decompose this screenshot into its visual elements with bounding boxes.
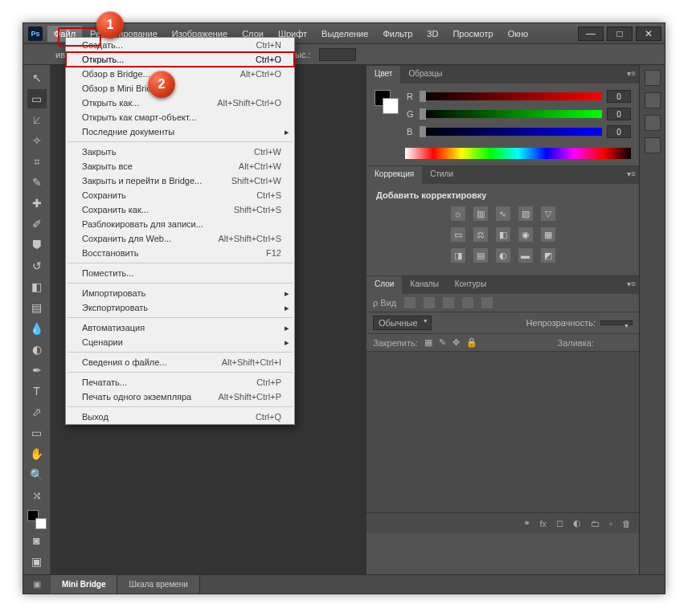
adj-hue-icon[interactable]: ▭ [451,227,465,242]
tool-eyedropper[interactable]: ✎ [27,173,47,192]
collapsed-panel-icon[interactable] [645,70,661,86]
tool-heal[interactable]: ✚ [27,194,47,213]
value-r[interactable]: 0 [607,90,631,103]
tool-marquee[interactable]: ▭ [27,89,47,108]
menu-item[interactable]: Импортировать [66,286,294,300]
tool-move[interactable]: ↖ [27,68,47,88]
tool-swap-colors[interactable]: ⤭ [27,486,47,505]
menu-item[interactable]: СохранитьCtrl+S [66,188,294,202]
tool-blur[interactable]: 💧 [27,319,47,338]
filter-smart-icon[interactable] [481,297,493,308]
menu-item[interactable]: Сценарии [66,335,294,349]
adj-bw-icon[interactable]: ◧ [496,227,510,242]
menu-item[interactable]: Закрыть всеAlt+Ctrl+W [66,159,294,173]
spectrum-strip[interactable] [405,148,631,159]
window-minimize[interactable]: — [578,27,604,41]
slider-b[interactable] [420,128,602,136]
tab-color[interactable]: Цвет [366,66,400,84]
collapsed-panel-icon[interactable] [645,115,661,131]
tool-hand[interactable]: ✋ [27,444,47,463]
adj-levels-icon[interactable]: ▥ [473,206,488,221]
fx-icon[interactable]: fx [540,519,547,528]
blend-mode-select[interactable]: Обычные [373,316,432,330]
layer-filter-kind[interactable]: ρ Вид [373,298,396,308]
status-tab-minibridge[interactable]: Mini Bridge [51,575,117,594]
lock-pixels-icon[interactable]: ▦ [424,337,432,348]
tool-lasso[interactable]: ⟀ [27,110,47,129]
tool-history-brush[interactable]: ↺ [27,256,47,275]
tool-wand[interactable]: ✧ [27,131,47,150]
tool-screenmode[interactable]: ▣ [27,552,47,571]
menu-item[interactable]: Закрыть и перейти в Bridge...Shift+Ctrl+… [66,173,294,188]
menu-item[interactable]: Экспортировать [66,300,294,315]
adj-gradient-map-icon[interactable]: ▬ [518,248,533,263]
tab-channels[interactable]: Каналы [402,276,447,294]
value-b[interactable]: 0 [607,125,631,138]
adj-mixer-icon[interactable]: ▦ [541,227,555,242]
filter-shape-icon[interactable] [462,297,473,308]
status-tab-timeline[interactable]: Шкала времени [117,575,199,594]
new-group-icon[interactable]: 🗀 [591,519,600,528]
menu-filter[interactable]: Фильтр [376,26,419,42]
panel-menu-icon[interactable]: ▾≡ [627,169,636,178]
menu-item[interactable]: Последние документы [66,124,294,139]
menu-item[interactable]: Открыть...Ctrl+O [66,52,294,67]
tab-adjustments[interactable]: Коррекция [366,166,422,184]
delete-layer-icon[interactable]: 🗑 [622,519,631,528]
menu-item[interactable]: Обзор в Mini Bridge... [66,81,294,96]
menu-item[interactable]: Поместить... [66,266,294,280]
menu-item[interactable]: Автоматизация [66,320,294,335]
menu-item[interactable]: Обзор в Bridge...Alt+Ctrl+O [66,67,294,81]
menu-item[interactable]: Печатать...Ctrl+P [66,375,294,390]
menu-item[interactable]: Открыть как...Alt+Shift+Ctrl+O [66,96,294,110]
tool-shape[interactable]: ▭ [27,423,47,443]
panel-menu-icon[interactable]: ▾≡ [627,69,636,78]
menu-item[interactable]: ВыходCtrl+Q [66,410,294,424]
tab-styles[interactable]: Стили [422,166,461,184]
adj-brightness-icon[interactable]: ☼ [451,206,465,221]
adj-threshold-icon[interactable]: ◐ [496,248,510,263]
adj-photo-filter-icon[interactable]: ◉ [518,227,533,242]
lock-paint-icon[interactable]: ✎ [439,337,446,348]
lock-all-icon[interactable]: 🔒 [466,337,477,348]
tool-stamp[interactable]: ⛊ [27,235,47,255]
tool-zoom[interactable]: 🔍 [27,465,47,484]
background-color[interactable] [35,518,47,529]
adj-invert-icon[interactable]: ◨ [451,248,465,263]
status-icon[interactable]: ▣ [23,575,51,594]
tab-swatches[interactable]: Образцы [400,66,450,84]
menu-item[interactable]: Создать...Ctrl+N [66,38,294,52]
menu-select[interactable]: Выделение [315,26,375,42]
window-close[interactable]: ✕ [636,27,661,41]
tool-path-select[interactable]: ⬀ [27,402,47,422]
menu-item[interactable]: Сведения о файле...Alt+Shift+Ctrl+I [66,355,294,369]
tab-paths[interactable]: Контуры [447,276,494,294]
menu-item[interactable]: Открыть как смарт-объект... [66,110,294,124]
menu-3d[interactable]: 3D [420,26,444,42]
lock-move-icon[interactable]: ✥ [452,337,460,348]
menu-window[interactable]: Окно [502,26,535,42]
opacity-field[interactable] [600,320,633,325]
adj-curves-icon[interactable]: ∿ [496,206,510,221]
slider-r[interactable] [420,92,602,100]
color-swatch-pair[interactable] [375,90,399,114]
panel-menu-icon[interactable]: ▾≡ [627,279,636,288]
menu-item[interactable]: Сохранить как...Shift+Ctrl+S [66,202,294,217]
menu-item[interactable]: Сохранить для Web...Alt+Shift+Ctrl+S [66,231,294,246]
adj-selective-icon[interactable]: ◩ [541,248,555,263]
filter-pixel-icon[interactable] [404,297,416,308]
tool-gradient[interactable]: ▤ [27,298,47,317]
adj-exposure-icon[interactable]: ▨ [518,206,533,221]
value-g[interactable]: 0 [607,108,631,120]
tool-type[interactable]: T [27,381,47,401]
tool-pen[interactable]: ✒ [27,361,47,380]
tool-eraser[interactable]: ◧ [27,277,47,296]
menu-item[interactable]: ВосстановитьF12 [66,246,294,260]
tool-brush[interactable]: ✐ [27,214,47,234]
window-maximize[interactable]: □ [607,27,633,41]
adj-vibrance-icon[interactable]: ▽ [541,206,555,221]
adj-balance-icon[interactable]: ⚖ [473,227,488,242]
collapsed-panel-icon[interactable] [645,137,661,153]
tool-quickmask[interactable]: ◙ [27,531,47,550]
foreground-background-swatch[interactable] [27,510,47,529]
